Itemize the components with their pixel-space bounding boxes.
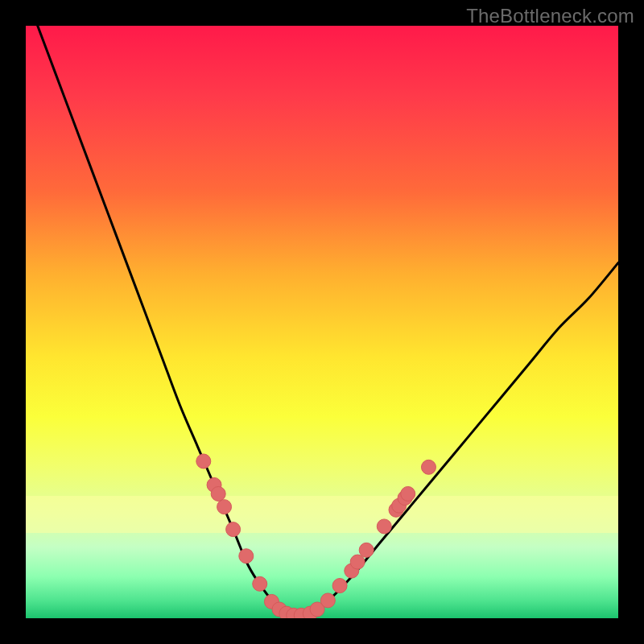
data-point bbox=[359, 543, 374, 557]
data-point bbox=[332, 579, 347, 593]
chart-frame: TheBottleneck.com bbox=[0, 0, 644, 644]
plot-area bbox=[26, 26, 618, 618]
data-point bbox=[320, 593, 335, 608]
data-point bbox=[253, 576, 267, 591]
data-point bbox=[217, 500, 232, 514]
data-points-group bbox=[196, 454, 436, 618]
data-point bbox=[226, 522, 241, 537]
watermark-text: TheBottleneck.com bbox=[466, 5, 634, 27]
data-point bbox=[401, 486, 415, 501]
bottleneck-curve bbox=[38, 26, 618, 617]
data-point bbox=[350, 555, 365, 569]
data-point bbox=[211, 486, 225, 501]
data-point bbox=[421, 460, 436, 474]
data-point bbox=[239, 549, 254, 564]
chart-svg bbox=[26, 26, 618, 618]
data-point bbox=[196, 454, 211, 469]
data-point bbox=[377, 519, 391, 534]
